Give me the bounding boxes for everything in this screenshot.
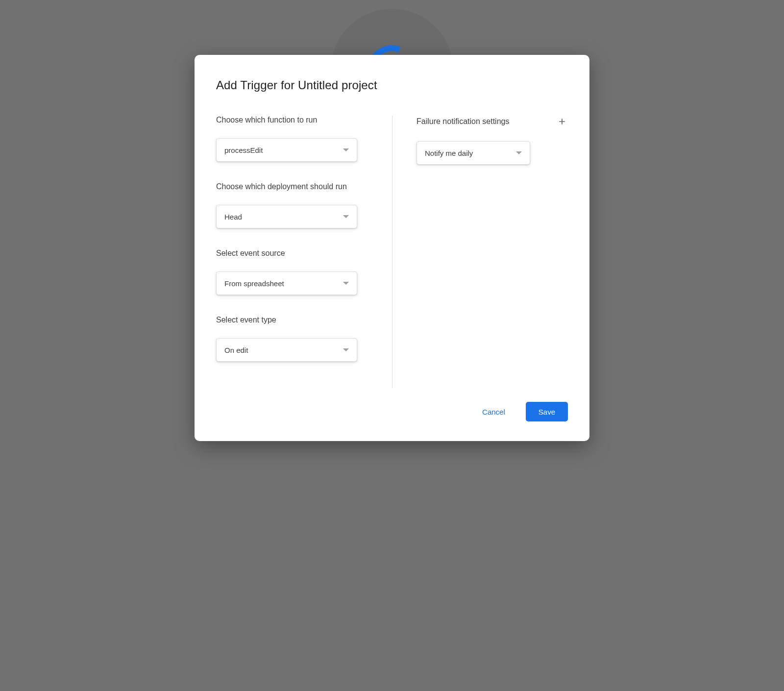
deployment-field: Choose which deployment should run Head	[216, 182, 368, 228]
notification-select[interactable]: Notify me daily	[416, 141, 530, 165]
chevron-down-icon	[516, 151, 522, 154]
chevron-down-icon	[343, 148, 349, 151]
notification-label: Failure notification settings	[416, 117, 509, 126]
event-type-field: Select event type On edit	[216, 316, 368, 362]
dialog-columns: Choose which function to run processEdit…	[216, 116, 568, 388]
deployment-select[interactable]: Head	[216, 205, 357, 228]
chevron-down-icon	[343, 348, 349, 351]
event-type-select[interactable]: On edit	[216, 338, 357, 362]
function-select[interactable]: processEdit	[216, 138, 357, 162]
event-source-select[interactable]: From spreadsheet	[216, 271, 357, 295]
function-label: Choose which function to run	[216, 116, 368, 124]
left-column: Choose which function to run processEdit…	[216, 116, 392, 388]
right-column: Failure notification settings Notify me …	[392, 116, 568, 388]
cancel-button[interactable]: Cancel	[469, 402, 518, 421]
notification-field: Failure notification settings Notify me …	[416, 116, 568, 165]
notification-select-value: Notify me daily	[425, 149, 473, 157]
column-divider	[392, 116, 392, 388]
function-field: Choose which function to run processEdit	[216, 116, 368, 162]
dialog-title: Add Trigger for Untitled project	[216, 78, 568, 92]
deployment-label: Choose which deployment should run	[216, 182, 368, 191]
event-source-select-value: From spreadsheet	[224, 279, 284, 288]
event-source-label: Select event source	[216, 249, 368, 258]
notification-label-row: Failure notification settings	[416, 116, 568, 127]
chevron-down-icon	[343, 282, 349, 285]
chevron-down-icon	[343, 215, 349, 218]
save-button[interactable]: Save	[526, 402, 568, 421]
event-type-select-value: On edit	[224, 346, 248, 354]
deployment-select-value: Head	[224, 213, 242, 221]
event-type-label: Select event type	[216, 316, 368, 324]
add-notification-button[interactable]	[556, 116, 568, 127]
event-source-field: Select event source From spreadsheet	[216, 249, 368, 295]
function-select-value: processEdit	[224, 146, 263, 154]
dialog-actions: Cancel Save	[216, 402, 568, 421]
plus-icon	[557, 117, 567, 126]
add-trigger-dialog: Add Trigger for Untitled project Choose …	[195, 55, 589, 441]
